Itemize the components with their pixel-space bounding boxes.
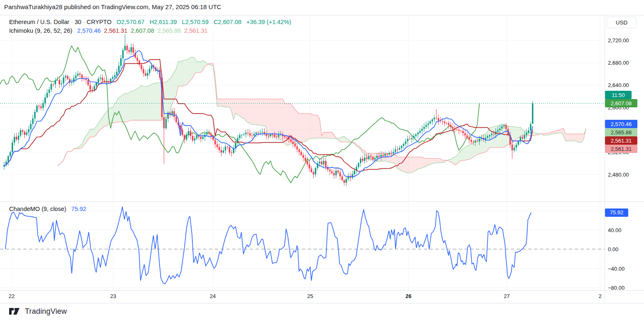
chandemo-value: 75.92: [71, 206, 86, 212]
legend-separator: ·: [71, 19, 73, 25]
indicator-price-badge: 2,570.46: [605, 120, 637, 128]
ohlc-high: H2,611.39: [150, 19, 177, 25]
currency-toggle-button[interactable]: USD: [607, 17, 637, 28]
time-tick: 25: [307, 293, 313, 299]
osc-tick: −40.00: [608, 265, 625, 272]
time-tick: 23: [110, 293, 116, 299]
symbol-title[interactable]: Ethereum / U.S. Dollar: [9, 19, 69, 25]
time-tick: 22: [9, 293, 15, 299]
ichimoku-value: 2,561.31: [184, 27, 207, 34]
indicator-price-badge: 2,561.31: [605, 136, 637, 145]
chart-canvas[interactable]: [0, 0, 644, 320]
ichimoku-value: 2,607.08: [131, 27, 154, 34]
chandemo-label[interactable]: ChandeMO (9, close): [9, 206, 66, 212]
ichimoku-values: 2,570.462,561.312,607.082,565.882,561.31: [74, 27, 207, 34]
price-axis-border: [605, 15, 605, 303]
time-tick: 26: [406, 293, 411, 299]
time-axis-border-bottom: [0, 303, 644, 303]
ichimoku-legend[interactable]: Ichimoku (9, 26, 52, 26) 2,570.462,561.3…: [9, 27, 208, 34]
indicator-price-badge: 2,561.31: [605, 145, 637, 153]
interval-label[interactable]: 30: [75, 19, 81, 25]
ichimoku-label[interactable]: Ichimoku (9, 26, 52, 26): [9, 27, 72, 34]
tradingview-logo-text: TradingView: [25, 307, 67, 316]
osc-tick: −80.00: [608, 285, 625, 291]
ichimoku-value: 2,565.88: [158, 27, 181, 34]
price-tick: 2,640.00: [608, 82, 629, 88]
osc-tick: 40.00: [608, 227, 622, 233]
price-tick: 2,680.00: [608, 60, 629, 66]
last-price-badge: 2,607.08: [605, 99, 637, 107]
osc-tick: 0.00: [608, 246, 618, 252]
chandemo-legend[interactable]: ChandeMO (9, close) 75.92: [9, 206, 86, 212]
time-tick: 27: [504, 293, 510, 299]
time-axis-border-top: [0, 290, 644, 291]
tradingview-logo-icon: [9, 307, 22, 316]
tradingview-snapshot: ParshwaTurakhiya28 published on TradingV…: [0, 0, 644, 320]
time-tick: 24: [210, 293, 216, 299]
countdown-badge: 11:50: [605, 91, 632, 99]
osc-value-badge: 75.92: [605, 208, 628, 217]
ohlc-low: L2,570.59: [182, 19, 209, 25]
time-tick: 2: [598, 293, 601, 299]
tradingview-logo[interactable]: TradingView: [9, 307, 67, 316]
exchange-label: CRYPTO: [87, 19, 112, 25]
indicator-price-badge: 2,565.88: [605, 128, 637, 136]
pane-separator[interactable]: [0, 201, 644, 202]
price-tick: 2,480.00: [608, 172, 629, 178]
symbol-legend[interactable]: Ethereum / U.S. Dollar · 30 · CRYPTO O2,…: [9, 19, 291, 25]
ichimoku-value: 2,561.31: [104, 27, 127, 34]
ohlc-close: C2,607.08: [214, 19, 241, 25]
ohlc-open: O2,570.67: [117, 19, 145, 25]
ichimoku-value: 2,570.46: [77, 27, 100, 34]
legend-separator: ·: [83, 19, 85, 25]
price-tick: 2,720.00: [608, 37, 629, 44]
ohlc-change: +36.39 (+1.42%): [246, 19, 291, 25]
